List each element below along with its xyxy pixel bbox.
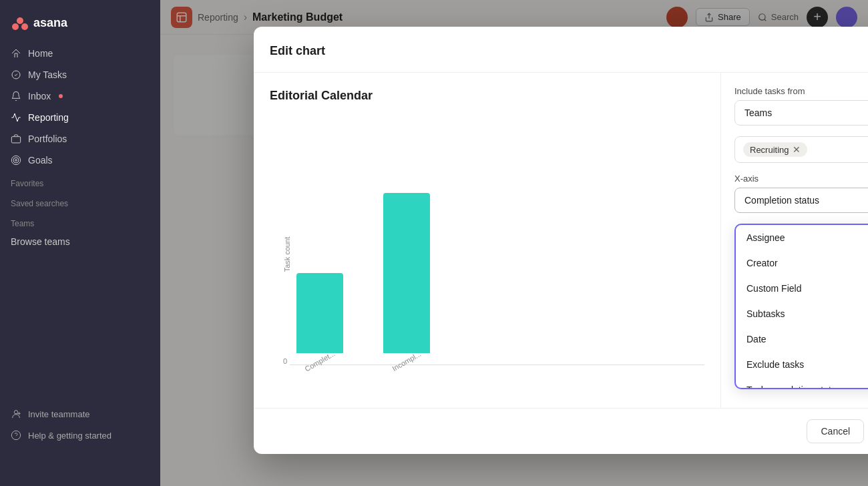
home-icon	[11, 48, 21, 59]
svg-point-6	[13, 158, 19, 163]
x-axis-label: X-axis	[734, 174, 868, 184]
sidebar-item-home[interactable]: Home	[0, 43, 160, 64]
sidebar-item-inbox[interactable]: Inbox	[0, 85, 160, 107]
modal-body: Editorial Calendar Task count 0 Complet.…	[254, 73, 868, 408]
saved-searches-section: Saved searches	[0, 191, 160, 211]
help-getting-started[interactable]: Help & getting started	[0, 425, 160, 446]
reporting-icon	[11, 112, 21, 123]
asana-icon	[11, 13, 29, 32]
include-tasks-section: Include tasks from Teams ▾	[734, 86, 868, 126]
modal-header: Edit chart ··· ✕	[254, 27, 868, 73]
chart-bars: 0 Complet... Incompl...	[296, 165, 704, 365]
asana-logo: asana	[11, 13, 67, 32]
y-axis-label: Task count	[283, 236, 291, 272]
modal-footer: Cancel Save	[254, 408, 868, 454]
x-axis-section: X-axis Completion status ▾	[734, 174, 868, 213]
teams-section: Teams	[0, 211, 160, 231]
svg-point-8	[14, 411, 17, 414]
sidebar-item-my-tasks[interactable]: My Tasks	[0, 64, 160, 85]
dropdown-item-assignee[interactable]: Assignee	[736, 225, 868, 250]
portfolios-icon	[11, 134, 21, 144]
chart-baseline	[290, 364, 704, 365]
svg-point-2	[21, 23, 28, 30]
sidebar-item-reporting[interactable]: Reporting	[0, 107, 160, 128]
svg-point-1	[12, 23, 19, 30]
zero-label: 0	[283, 357, 287, 365]
invite-icon	[11, 409, 21, 419]
goals-icon	[11, 155, 21, 166]
chart-title: Editorial Calendar	[270, 89, 704, 103]
chart-container: Task count 0 Complet... Incompl...	[270, 116, 704, 392]
inbox-badge	[59, 94, 63, 98]
recruiting-tag: Recruiting ✕	[743, 142, 807, 157]
svg-point-5	[11, 156, 20, 164]
modal-title: Edit chart	[270, 44, 325, 58]
dropdown-item-date[interactable]: Date ›	[736, 326, 868, 352]
dropdown-item-subtasks[interactable]: Subtasks	[736, 301, 868, 326]
chart-panel: Editorial Calendar Task count 0 Complet.…	[254, 73, 721, 408]
edit-chart-modal: Edit chart ··· ✕ Editorial Calendar Task	[254, 27, 868, 454]
invite-teammate[interactable]: Invite teammate	[0, 403, 160, 425]
x-axis-select[interactable]: Completion status ▾	[734, 188, 868, 213]
cancel-button[interactable]: Cancel	[807, 419, 864, 443]
dropdown-item-task-completion-status[interactable]: Task completion status	[736, 377, 868, 389]
svg-point-9	[11, 431, 20, 439]
favorites-section: Favorites	[0, 171, 160, 191]
bar-incomplete	[383, 193, 430, 353]
dropdown-menu: Assignee Creator Custom Field › Subtasks	[734, 224, 868, 389]
help-icon	[11, 430, 21, 441]
dropdown-item-custom-field[interactable]: Custom Field ›	[736, 276, 868, 301]
sidebar-item-portfolios[interactable]: Portfolios	[0, 128, 160, 150]
svg-point-0	[17, 17, 23, 24]
svg-rect-4	[11, 137, 20, 143]
dropdown-item-exclude-tasks[interactable]: Exclude tasks ›	[736, 352, 868, 377]
bar-group-complete: Complet...	[296, 273, 343, 365]
bar-complete	[296, 273, 343, 353]
svg-point-7	[15, 160, 17, 162]
teams-select[interactable]: Teams ▾	[734, 100, 868, 126]
bar-label-incomplete: Incompl...	[391, 350, 422, 373]
sidebar: asana Home My Tasks Inbox Reporting Port…	[0, 0, 160, 486]
main-content: Reporting › Marketing Budget Share Searc…	[160, 0, 868, 486]
sidebar-item-goals[interactable]: Goals	[0, 150, 160, 171]
app-name: asana	[33, 16, 67, 30]
tag-field: Recruiting ✕	[734, 136, 868, 163]
dropdown-item-creator[interactable]: Creator	[736, 250, 868, 276]
right-panel: Include tasks from Teams ▾ Recruiting ✕	[721, 73, 868, 408]
sidebar-item-browse-teams[interactable]: Browse teams	[0, 231, 160, 252]
bar-group-incomplete: Incompl...	[383, 193, 430, 365]
bell-icon	[11, 91, 21, 101]
check-circle-icon	[11, 69, 21, 80]
tag-remove-button[interactable]: ✕	[793, 144, 801, 155]
include-tasks-label: Include tasks from	[734, 86, 868, 96]
